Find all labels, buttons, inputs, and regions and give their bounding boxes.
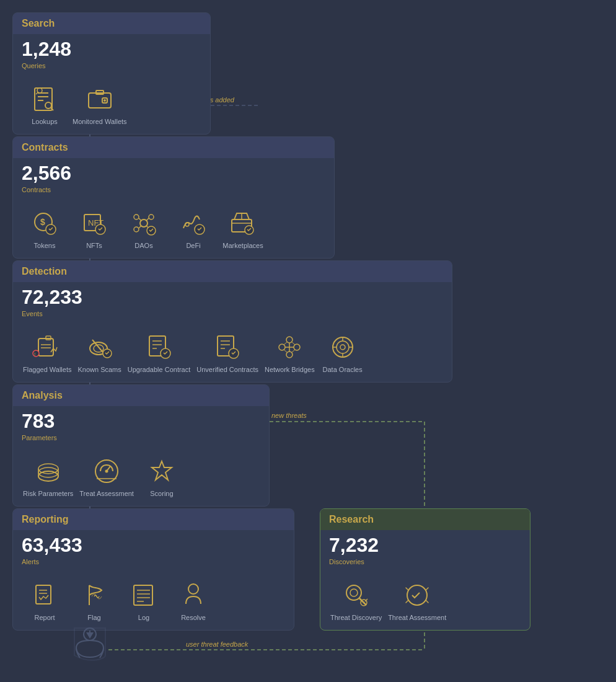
unverified-contracts-label: Unverified Contracts — [196, 366, 258, 373]
resolve-label: Resolve — [181, 614, 206, 621]
flag-label: Flag — [87, 614, 100, 621]
svg-line-80 — [284, 350, 288, 353]
lookups-icon — [30, 84, 59, 114]
threat-discovery-icon — [341, 580, 371, 610]
reporting-header: Reporting — [13, 509, 294, 530]
treat-assessment-icon — [92, 456, 121, 486]
treat-assessment-item[interactable]: Treat Assessment — [79, 456, 134, 497]
svg-text:$: $ — [40, 217, 45, 227]
svg-point-40 — [149, 215, 154, 219]
svg-text:new threats: new threats — [271, 412, 307, 419]
threat-assessment-item[interactable]: Threat Assessment — [388, 580, 446, 621]
scoring-label: Scoring — [150, 490, 173, 497]
treat-assessment-label: Treat Assessment — [79, 490, 134, 497]
network-bridges-item[interactable]: Network Bridges — [265, 332, 315, 373]
lookups-label: Lookups — [32, 118, 58, 125]
search-card: Search 1,248 Queries Lookups — [12, 12, 211, 135]
risk-parameters-label: Risk Parameters — [23, 490, 73, 497]
scoring-icon — [147, 456, 177, 486]
daos-label: DAOs — [134, 242, 152, 249]
svg-point-110 — [350, 589, 358, 596]
reporting-icons: Report Flag — [13, 572, 294, 630]
research-title: Research — [329, 514, 374, 525]
analysis-title: Analysis — [22, 390, 63, 401]
svg-rect-54 — [38, 339, 53, 356]
marketplaces-label: Marketplaces — [222, 242, 263, 249]
data-oracles-icon — [328, 332, 358, 362]
daos-icon — [129, 208, 159, 238]
threat-discovery-label: Threat Discovery — [330, 614, 382, 621]
resolve-icon — [178, 580, 208, 610]
data-oracles-label: Data Oracles — [323, 366, 363, 373]
research-card: Research 7,232 Discoveries Threat Discov… — [320, 508, 530, 631]
svg-rect-98 — [36, 585, 51, 604]
user-icon-container — [71, 623, 108, 663]
flagged-wallets-item[interactable]: ! Flagged Wallets — [23, 332, 71, 373]
threat-assessment-label: Threat Assessment — [388, 614, 446, 621]
svg-point-39 — [134, 215, 139, 219]
contracts-subtitle: Contracts — [13, 185, 334, 200]
known-scams-icon — [85, 332, 115, 362]
detection-header: Detection — [13, 261, 452, 282]
reporting-card: Reporting 63,433 Alerts Report — [12, 508, 294, 631]
log-item[interactable]: Log — [122, 580, 165, 621]
known-scams-label: Known Scams — [77, 366, 121, 373]
contracts-icons: $ Tokens NFT NFTs — [13, 200, 334, 258]
defi-item[interactable]: DeFi — [172, 208, 215, 249]
network-bridges-icon — [275, 332, 304, 362]
nfts-icon: NFT — [79, 208, 109, 238]
known-scams-item[interactable]: Known Scams — [77, 332, 121, 373]
research-header: Research — [320, 509, 530, 530]
svg-rect-102 — [134, 585, 152, 605]
svg-line-78 — [284, 342, 288, 345]
svg-point-72 — [279, 344, 285, 350]
detection-icons: ! Flagged Wallets Known Scams — [13, 324, 452, 382]
flag-icon — [79, 580, 109, 610]
report-label: Report — [34, 614, 55, 621]
scoring-item[interactable]: Scoring — [140, 456, 183, 497]
threat-discovery-item[interactable]: Threat Discovery — [330, 580, 382, 621]
tokens-item[interactable]: $ Tokens — [23, 208, 66, 249]
tokens-label: Tokens — [34, 242, 56, 249]
monitored-wallets-label: Monitored Wallets — [73, 118, 127, 125]
risk-parameters-icon — [33, 456, 63, 486]
detection-number: 72,233 — [13, 282, 452, 309]
monitored-wallets-item[interactable]: Monitored Wallets — [73, 84, 127, 125]
monitored-wallets-icon — [85, 84, 115, 114]
detection-card: Detection 72,233 Events ! Flagged Wallet… — [12, 260, 452, 383]
reporting-subtitle: Alerts — [13, 557, 294, 572]
svg-point-73 — [294, 344, 300, 350]
reporting-title: Reporting — [22, 514, 69, 525]
contracts-number: 2,566 — [13, 158, 334, 185]
research-subtitle: Discoveries — [320, 557, 530, 572]
resolve-item[interactable]: Resolve — [172, 580, 215, 621]
defi-icon — [178, 208, 208, 238]
unverified-contracts-icon — [213, 332, 242, 362]
research-number: 7,232 — [320, 530, 530, 557]
search-icons: Lookups Monitored Wallets — [13, 76, 210, 134]
unverified-contracts-item[interactable]: Unverified Contracts — [196, 332, 258, 373]
daos-item[interactable]: DAOs — [122, 208, 165, 249]
report-icon — [30, 580, 59, 610]
reporting-number: 63,433 — [13, 530, 294, 557]
analysis-header: Analysis — [13, 385, 269, 406]
data-oracles-item[interactable]: Data Oracles — [321, 332, 364, 373]
log-label: Log — [138, 614, 149, 621]
svg-point-83 — [337, 341, 349, 353]
contracts-card: Contracts 2,566 Contracts $ Tokens NFT — [12, 136, 335, 259]
svg-line-79 — [291, 342, 295, 345]
nfts-item[interactable]: NFT NFTs — [73, 208, 116, 249]
risk-parameters-item[interactable]: Risk Parameters — [23, 456, 73, 497]
upgradable-contract-item[interactable]: Upgradable Contract — [128, 332, 191, 373]
detection-title: Detection — [22, 266, 67, 277]
contracts-header: Contracts — [13, 137, 334, 158]
marketplaces-item[interactable]: Marketplaces — [221, 208, 265, 249]
analysis-card: Analysis 783 Parameters Risk Parameters — [12, 384, 270, 507]
upgradable-contract-label: Upgradable Contract — [128, 366, 191, 373]
marketplaces-icon — [228, 208, 258, 238]
lookups-item[interactable]: Lookups — [23, 84, 66, 125]
network-bridges-label: Network Bridges — [265, 366, 315, 373]
flag-item[interactable]: Flag — [73, 580, 116, 621]
svg-point-25 — [45, 102, 51, 108]
report-item[interactable]: Report — [23, 580, 66, 621]
